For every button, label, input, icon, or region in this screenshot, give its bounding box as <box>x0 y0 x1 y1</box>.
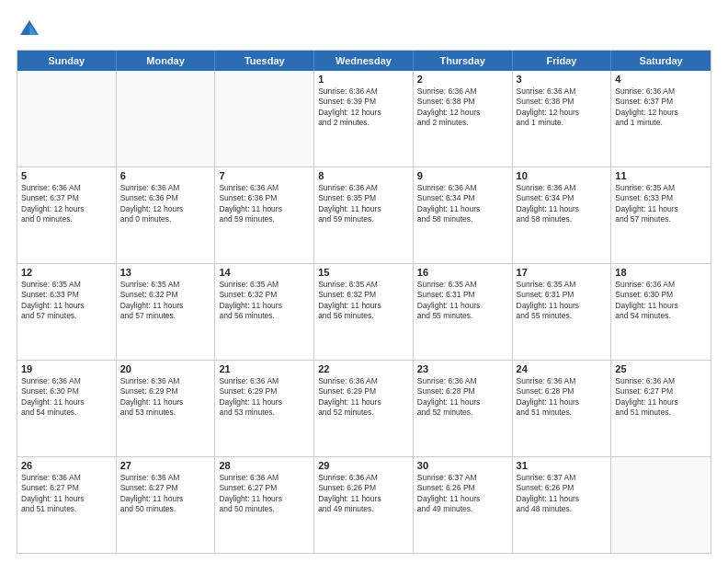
day-number-19: 19 <box>21 363 112 374</box>
day-cell-16: 16Sunrise: 6:35 AM Sunset: 6:31 PM Dayli… <box>414 264 513 360</box>
day-cell-7: 7Sunrise: 6:36 AM Sunset: 6:36 PM Daylig… <box>215 167 314 263</box>
day-info-15: Sunrise: 6:35 AM Sunset: 6:32 PM Dayligh… <box>318 280 409 322</box>
day-number-25: 25 <box>615 363 707 374</box>
day-number-3: 3 <box>517 74 608 85</box>
day-info-28: Sunrise: 6:36 AM Sunset: 6:27 PM Dayligh… <box>219 473 310 515</box>
day-info-23: Sunrise: 6:36 AM Sunset: 6:28 PM Dayligh… <box>417 376 508 419</box>
day-number-15: 15 <box>318 267 409 278</box>
day-info-29: Sunrise: 6:36 AM Sunset: 6:26 PM Dayligh… <box>318 473 409 515</box>
day-number-22: 22 <box>318 363 409 374</box>
day-number-7: 7 <box>219 170 310 181</box>
day-cell-26: 26Sunrise: 6:36 AM Sunset: 6:27 PM Dayli… <box>17 457 117 553</box>
empty-cell <box>215 71 314 167</box>
day-cell-15: 15Sunrise: 6:35 AM Sunset: 6:32 PM Dayli… <box>314 264 414 360</box>
day-number-10: 10 <box>517 170 608 181</box>
day-number-14: 14 <box>219 267 310 278</box>
day-number-12: 12 <box>21 267 112 278</box>
day-cell-5: 5Sunrise: 6:36 AM Sunset: 6:37 PM Daylig… <box>17 167 117 263</box>
day-cell-1: 1Sunrise: 6:36 AM Sunset: 6:39 PM Daylig… <box>314 71 414 167</box>
day-info-11: Sunrise: 6:35 AM Sunset: 6:33 PM Dayligh… <box>615 183 707 225</box>
header-saturday: Saturday <box>611 51 711 71</box>
logo-icon <box>17 17 42 42</box>
day-info-7: Sunrise: 6:36 AM Sunset: 6:36 PM Dayligh… <box>219 183 310 225</box>
day-cell-13: 13Sunrise: 6:35 AM Sunset: 6:32 PM Dayli… <box>117 264 216 360</box>
header-wednesday: Wednesday <box>314 51 414 71</box>
day-info-19: Sunrise: 6:36 AM Sunset: 6:30 PM Dayligh… <box>21 376 112 419</box>
day-number-20: 20 <box>120 363 211 374</box>
day-number-11: 11 <box>615 170 707 181</box>
day-cell-17: 17Sunrise: 6:35 AM Sunset: 6:31 PM Dayli… <box>513 264 612 360</box>
day-number-29: 29 <box>318 460 409 471</box>
day-number-27: 27 <box>120 460 211 471</box>
day-cell-6: 6Sunrise: 6:36 AM Sunset: 6:36 PM Daylig… <box>117 167 216 263</box>
day-info-17: Sunrise: 6:35 AM Sunset: 6:31 PM Dayligh… <box>517 280 608 322</box>
day-number-17: 17 <box>517 267 608 278</box>
page: Sunday Monday Tuesday Wednesday Thursday… <box>0 0 728 563</box>
day-cell-28: 28Sunrise: 6:36 AM Sunset: 6:27 PM Dayli… <box>215 457 314 553</box>
empty-cell <box>611 457 711 553</box>
day-cell-30: 30Sunrise: 6:37 AM Sunset: 6:26 PM Dayli… <box>414 457 513 553</box>
week-row-3: 12Sunrise: 6:35 AM Sunset: 6:33 PM Dayli… <box>17 264 711 361</box>
day-cell-20: 20Sunrise: 6:36 AM Sunset: 6:29 PM Dayli… <box>117 361 216 456</box>
day-cell-18: 18Sunrise: 6:36 AM Sunset: 6:30 PM Dayli… <box>611 264 711 360</box>
day-number-4: 4 <box>615 74 707 85</box>
day-info-26: Sunrise: 6:36 AM Sunset: 6:27 PM Dayligh… <box>21 473 112 515</box>
day-info-16: Sunrise: 6:35 AM Sunset: 6:31 PM Dayligh… <box>417 280 508 322</box>
day-info-1: Sunrise: 6:36 AM Sunset: 6:39 PM Dayligh… <box>318 86 409 129</box>
week-row-2: 5Sunrise: 6:36 AM Sunset: 6:37 PM Daylig… <box>17 167 711 264</box>
day-cell-9: 9Sunrise: 6:36 AM Sunset: 6:34 PM Daylig… <box>414 167 513 263</box>
day-number-21: 21 <box>219 363 310 374</box>
day-number-2: 2 <box>417 74 508 85</box>
day-number-30: 30 <box>417 460 508 471</box>
day-info-9: Sunrise: 6:36 AM Sunset: 6:34 PM Dayligh… <box>417 183 508 225</box>
day-info-12: Sunrise: 6:35 AM Sunset: 6:33 PM Dayligh… <box>21 280 112 322</box>
day-number-5: 5 <box>21 170 112 181</box>
day-number-9: 9 <box>417 170 508 181</box>
day-info-31: Sunrise: 6:37 AM Sunset: 6:26 PM Dayligh… <box>517 473 608 515</box>
header-monday: Monday <box>117 51 216 71</box>
day-info-10: Sunrise: 6:36 AM Sunset: 6:34 PM Dayligh… <box>517 183 608 225</box>
header <box>17 17 711 42</box>
day-number-28: 28 <box>219 460 310 471</box>
day-number-31: 31 <box>517 460 608 471</box>
header-friday: Friday <box>513 51 612 71</box>
day-number-16: 16 <box>417 267 508 278</box>
empty-cell <box>117 71 216 167</box>
day-number-6: 6 <box>120 170 211 181</box>
calendar-body: 1Sunrise: 6:36 AM Sunset: 6:39 PM Daylig… <box>17 71 711 553</box>
day-cell-27: 27Sunrise: 6:36 AM Sunset: 6:27 PM Dayli… <box>117 457 216 553</box>
day-info-13: Sunrise: 6:35 AM Sunset: 6:32 PM Dayligh… <box>120 280 211 322</box>
day-number-8: 8 <box>318 170 409 181</box>
day-info-30: Sunrise: 6:37 AM Sunset: 6:26 PM Dayligh… <box>417 473 508 515</box>
day-info-24: Sunrise: 6:36 AM Sunset: 6:28 PM Dayligh… <box>517 376 608 419</box>
day-cell-14: 14Sunrise: 6:35 AM Sunset: 6:32 PM Dayli… <box>215 264 314 360</box>
day-number-13: 13 <box>120 267 211 278</box>
day-info-27: Sunrise: 6:36 AM Sunset: 6:27 PM Dayligh… <box>120 473 211 515</box>
logo <box>17 17 46 42</box>
day-cell-10: 10Sunrise: 6:36 AM Sunset: 6:34 PM Dayli… <box>513 167 612 263</box>
header-thursday: Thursday <box>414 51 513 71</box>
day-info-5: Sunrise: 6:36 AM Sunset: 6:37 PM Dayligh… <box>21 183 112 225</box>
day-cell-24: 24Sunrise: 6:36 AM Sunset: 6:28 PM Dayli… <box>513 361 612 456</box>
day-cell-22: 22Sunrise: 6:36 AM Sunset: 6:29 PM Dayli… <box>314 361 414 456</box>
day-info-20: Sunrise: 6:36 AM Sunset: 6:29 PM Dayligh… <box>120 376 211 419</box>
day-number-1: 1 <box>318 74 409 85</box>
day-info-18: Sunrise: 6:36 AM Sunset: 6:30 PM Dayligh… <box>615 280 707 322</box>
day-number-23: 23 <box>417 363 508 374</box>
week-row-4: 19Sunrise: 6:36 AM Sunset: 6:30 PM Dayli… <box>17 361 711 457</box>
day-cell-8: 8Sunrise: 6:36 AM Sunset: 6:35 PM Daylig… <box>314 167 414 263</box>
empty-cell <box>17 71 117 167</box>
day-info-14: Sunrise: 6:35 AM Sunset: 6:32 PM Dayligh… <box>219 280 310 322</box>
day-cell-21: 21Sunrise: 6:36 AM Sunset: 6:29 PM Dayli… <box>215 361 314 456</box>
day-info-8: Sunrise: 6:36 AM Sunset: 6:35 PM Dayligh… <box>318 183 409 225</box>
day-cell-23: 23Sunrise: 6:36 AM Sunset: 6:28 PM Dayli… <box>414 361 513 456</box>
day-info-22: Sunrise: 6:36 AM Sunset: 6:29 PM Dayligh… <box>318 376 409 419</box>
week-row-1: 1Sunrise: 6:36 AM Sunset: 6:39 PM Daylig… <box>17 71 711 167</box>
day-cell-11: 11Sunrise: 6:35 AM Sunset: 6:33 PM Dayli… <box>611 167 711 263</box>
calendar: Sunday Monday Tuesday Wednesday Thursday… <box>17 50 711 554</box>
day-info-6: Sunrise: 6:36 AM Sunset: 6:36 PM Dayligh… <box>120 183 211 225</box>
day-info-25: Sunrise: 6:36 AM Sunset: 6:27 PM Dayligh… <box>615 376 707 419</box>
week-row-5: 26Sunrise: 6:36 AM Sunset: 6:27 PM Dayli… <box>17 457 711 553</box>
day-info-21: Sunrise: 6:36 AM Sunset: 6:29 PM Dayligh… <box>219 376 310 419</box>
day-cell-4: 4Sunrise: 6:36 AM Sunset: 6:37 PM Daylig… <box>611 71 711 167</box>
